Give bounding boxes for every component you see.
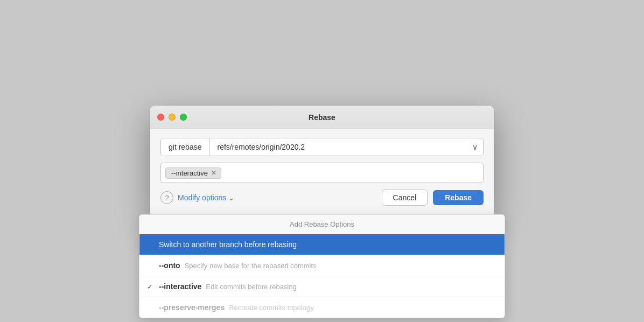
- interactive-tag: --interactive ✕: [165, 167, 221, 179]
- item-description-onto: Specify new base for the rebased commits: [185, 262, 317, 270]
- command-row: git rebase refs/remotes/origin/2020.2 ∨: [160, 138, 484, 156]
- item-description-preserve-merges: Recreate commits topology: [229, 304, 314, 312]
- modify-options-button[interactable]: Modify options ⌄: [178, 193, 235, 202]
- help-button[interactable]: ?: [160, 191, 173, 204]
- dropdown-item-switch-branch[interactable]: Switch to another branch before rebasing: [139, 234, 505, 255]
- close-button[interactable]: [157, 114, 164, 121]
- item-description-interactive: Edit commits before rebasing: [206, 283, 296, 291]
- item-keyword-interactive: --interactive: [159, 282, 201, 291]
- item-description: Switch to another branch before rebasing: [159, 240, 297, 249]
- traffic-lights: [157, 114, 187, 121]
- tags-row: --interactive ✕: [160, 163, 484, 183]
- branch-value: refs/remotes/origin/2020.2: [217, 143, 472, 151]
- dialog-container: Rebase git rebase refs/remotes/origin/20…: [150, 106, 494, 216]
- modify-options-chevron: ⌄: [228, 193, 235, 202]
- item-keyword-preserve-merges: --preserve-merges: [159, 303, 225, 312]
- tag-label: --interactive: [171, 169, 208, 177]
- titlebar: Rebase: [150, 106, 494, 129]
- window: Rebase git rebase refs/remotes/origin/20…: [150, 106, 494, 216]
- left-actions: ? Modify options ⌄: [160, 191, 235, 204]
- minimize-button[interactable]: [169, 114, 176, 121]
- git-command-label: git rebase: [161, 138, 209, 156]
- dropdown-item-interactive[interactable]: --interactive Edit commits before rebasi…: [139, 276, 505, 297]
- cancel-button[interactable]: Cancel: [382, 190, 428, 206]
- chevron-down-icon: ∨: [472, 143, 478, 151]
- dropdown-menu: Add Rebase Options Switch to another bra…: [139, 214, 505, 318]
- maximize-button[interactable]: [180, 114, 187, 121]
- dropdown-header: Add Rebase Options: [139, 215, 505, 234]
- dropdown-item-preserve-merges[interactable]: --preserve-merges Recreate commits topol…: [139, 297, 505, 318]
- window-title: Rebase: [309, 113, 335, 122]
- window-body: git rebase refs/remotes/origin/2020.2 ∨ …: [150, 129, 494, 216]
- tag-close-icon[interactable]: ✕: [211, 170, 216, 176]
- dropdown-item-onto[interactable]: --onto Specify new base for the rebased …: [139, 255, 505, 276]
- modify-options-label: Modify options: [178, 193, 226, 202]
- rebase-button[interactable]: Rebase: [433, 190, 484, 205]
- item-keyword-onto: --onto: [159, 261, 180, 270]
- branch-select[interactable]: refs/remotes/origin/2020.2 ∨: [209, 138, 483, 156]
- actions-row: ? Modify options ⌄ Cancel Rebase: [160, 190, 484, 206]
- right-actions: Cancel Rebase: [382, 190, 484, 206]
